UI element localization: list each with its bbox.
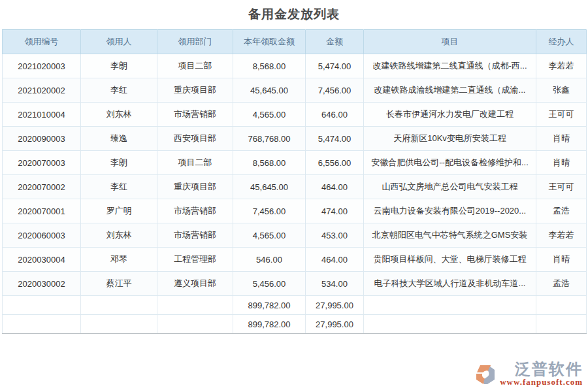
handler-link[interactable]: 张鑫 — [536, 78, 587, 103]
column-header-handler: 经办人 — [536, 30, 587, 54]
empty-cell — [157, 315, 233, 334]
project-link[interactable]: 贵阳项目样板间、大堂、电梯厅装修工程 — [364, 248, 536, 272]
year-amount-cell: 8,568.00 — [233, 151, 306, 175]
requisitioner-link[interactable]: 蔡江平 — [81, 272, 157, 296]
project-link[interactable]: 电子科技大学区域人行道及非机动车道... — [364, 272, 536, 296]
total-amount: 27,995.00 — [306, 315, 364, 334]
handler-link[interactable]: 李若若 — [536, 54, 587, 78]
year-amount-cell: 4,565.00 — [233, 103, 306, 127]
column-header-id: 领用编号 — [3, 30, 81, 54]
column-header-dept: 领用部门 — [157, 30, 233, 54]
empty-cell — [364, 296, 536, 315]
project-link[interactable]: 云南电力设备安装有限公司2019--2020... — [364, 199, 536, 223]
year-amount-cell: 546.00 — [233, 248, 306, 272]
department-cell: 重庆项目部 — [157, 78, 233, 103]
table-row: 2020070002李红重庆项目部45,645.00464.00山西弘文房地产总… — [3, 175, 587, 199]
amount-cell: 453.00 — [306, 223, 364, 248]
year-amount-cell: 768,768.00 — [233, 127, 306, 151]
table-row: 2020060003刘东林市场营销部4,565.00453.00北京朝阳区电气中… — [3, 223, 587, 248]
requisition-id-link[interactable]: 2020060003 — [3, 223, 81, 248]
project-link[interactable]: 山西弘文房地产总公司电气安装工程 — [364, 175, 536, 199]
subtotal-amount: 27,995.00 — [306, 296, 364, 315]
handler-link[interactable]: 孟浩 — [536, 199, 587, 223]
handler-link[interactable]: 肖晴 — [536, 248, 587, 272]
requisition-id-link[interactable]: 2021020003 — [3, 54, 81, 78]
handler-link[interactable]: 肖晴 — [536, 127, 587, 151]
table-row: 2020070001罗广明市场营销部7,456.00474.00云南电力设备安装… — [3, 199, 587, 223]
requisition-id-link[interactable]: 2020030004 — [3, 248, 81, 272]
project-link[interactable]: 长春市伊通河水力发电厂改建工程 — [364, 103, 536, 127]
total-year-amount: 899,782.00 — [233, 315, 306, 334]
handler-link[interactable]: 李若若 — [536, 223, 587, 248]
handler-link[interactable]: 肖晴 — [536, 151, 587, 175]
requisitioner-link[interactable]: 李红 — [81, 78, 157, 103]
amount-cell: 474.00 — [306, 199, 364, 223]
amount-cell: 534.00 — [306, 272, 364, 296]
requisition-id-link[interactable]: 2020070003 — [3, 151, 81, 175]
requisition-id-link[interactable]: 2020070002 — [3, 175, 81, 199]
empty-cell — [81, 315, 157, 334]
project-link[interactable]: 北京朝阳区电气中芯特气系统之GMS安装 — [364, 223, 536, 248]
department-cell: 遵义项目部 — [157, 272, 233, 296]
requisition-id-link[interactable]: 2021010004 — [3, 103, 81, 127]
fanpu-logo-icon — [474, 363, 497, 386]
brand-url: www.fanpusoft.com — [500, 377, 583, 387]
petty-cash-table: 领用编号领用人领用部门本年领取金额金额项目经办人 2021020003李朗项目二… — [0, 29, 588, 334]
project-link[interactable]: 改建铁路线增建第二线直通线（成都-西... — [364, 54, 536, 78]
amount-cell: 464.00 — [306, 248, 364, 272]
department-cell: 市场营销部 — [157, 103, 233, 127]
requisitioner-link[interactable]: 李朗 — [81, 151, 157, 175]
handler-link[interactable]: 王可可 — [536, 175, 587, 199]
requisition-id-link[interactable]: 2020030002 — [3, 272, 81, 296]
table-header-row: 领用编号领用人领用部门本年领取金额金额项目经办人 — [3, 30, 587, 54]
requisitioner-link[interactable]: 李朗 — [81, 54, 157, 78]
requisition-id-link[interactable]: 2021020002 — [3, 78, 81, 103]
handler-link[interactable]: 孟浩 — [536, 272, 587, 296]
department-cell: 西安项目部 — [157, 127, 233, 151]
project-link[interactable]: 天府新区10Kv变电所安装工程 — [364, 127, 536, 151]
table-row: 2020030002蔡江平遵义项目部5,456.00534.00电子科技大学区域… — [3, 272, 587, 296]
requisitioner-link[interactable]: 罗广明 — [81, 199, 157, 223]
column-header-year_amount: 本年领取金额 — [233, 30, 306, 54]
project-link[interactable]: 安徽合肥供电公司--配电设备检修维护和... — [364, 151, 536, 175]
requisition-id-link[interactable]: 2020090003 — [3, 127, 81, 151]
empty-cell — [3, 315, 81, 334]
empty-cell — [536, 296, 587, 315]
column-header-person: 领用人 — [81, 30, 157, 54]
department-cell: 重庆项目部 — [157, 175, 233, 199]
amount-cell: 646.00 — [306, 103, 364, 127]
requisitioner-link[interactable]: 刘东林 — [81, 223, 157, 248]
year-amount-cell: 45,645.00 — [233, 78, 306, 103]
table-row: 2020070003李朗项目二部8,568.006,556.00安徽合肥供电公司… — [3, 151, 587, 175]
amount-cell: 5,474.00 — [306, 127, 364, 151]
department-cell: 市场营销部 — [157, 223, 233, 248]
column-header-project: 项目 — [364, 30, 536, 54]
subtotal-row: 899,782.00 27,995.00 — [3, 296, 587, 315]
year-amount-cell: 45,645.00 — [233, 175, 306, 199]
department-cell: 项目二部 — [157, 54, 233, 78]
department-cell: 项目二部 — [157, 151, 233, 175]
table-row: 2021020003李朗项目二部8,568.005,474.00改建铁路线增建第… — [3, 54, 587, 78]
requisitioner-link[interactable]: 李红 — [81, 175, 157, 199]
empty-cell — [3, 296, 81, 315]
empty-cell — [536, 315, 587, 334]
requisitioner-link[interactable]: 邓琴 — [81, 248, 157, 272]
empty-cell — [364, 315, 536, 334]
table-row: 2020030004邓琴工程管理部546.00464.00贵阳项目样板间、大堂、… — [3, 248, 587, 272]
total-row: 899,782.00 27,995.00 — [3, 315, 587, 334]
requisitioner-link[interactable]: 臻逸 — [81, 127, 157, 151]
requisition-id-link[interactable]: 2020070001 — [3, 199, 81, 223]
subtotal-year-amount: 899,782.00 — [233, 296, 306, 315]
table-row: 2021020002李红重庆项目部45,645.007,456.00改建铁路成渝… — [3, 78, 587, 103]
requisitioner-link[interactable]: 刘东林 — [81, 103, 157, 127]
page-title: 备用金发放列表 — [0, 6, 588, 23]
amount-cell: 7,456.00 — [306, 78, 364, 103]
year-amount-cell: 5,456.00 — [233, 272, 306, 296]
handler-link[interactable]: 王可可 — [536, 103, 587, 127]
table-row: 2021010004刘东林市场营销部4,565.00646.00长春市伊通河水力… — [3, 103, 587, 127]
empty-cell — [157, 296, 233, 315]
project-link[interactable]: 改建铁路成渝线增建第二直通线（成渝... — [364, 78, 536, 103]
column-header-amount: 金额 — [306, 30, 364, 54]
year-amount-cell: 7,456.00 — [233, 199, 306, 223]
fanpu-watermark: 泛普软件 www.fanpusoft.com — [474, 361, 583, 387]
